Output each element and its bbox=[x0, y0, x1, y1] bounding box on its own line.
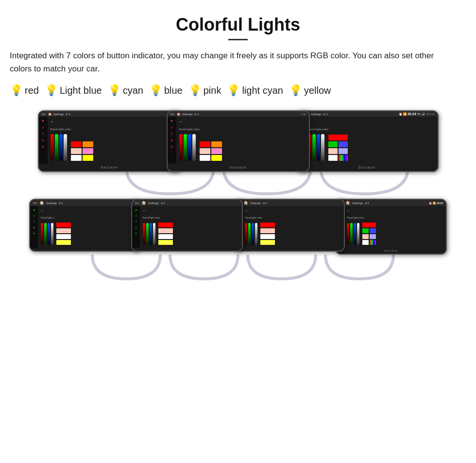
d4-s4: ⊕ bbox=[33, 226, 35, 229]
d2-sw6 bbox=[211, 155, 222, 161]
device-6-main: ← Panel light color bbox=[242, 206, 344, 248]
d4-mic: MIC bbox=[33, 202, 37, 205]
d6-sw4 bbox=[260, 240, 275, 245]
device-4-watermark bbox=[30, 248, 140, 251]
swatch-orange bbox=[83, 141, 93, 147]
device-5: MIC 🏠 Settings ⚙ ✦ ● ↺ ↺ ⊕ ⊕ bbox=[131, 199, 243, 252]
d6-slider-r bbox=[245, 223, 247, 245]
d2-nav: ⏎ ✦ bbox=[301, 113, 306, 116]
d4-controls bbox=[41, 223, 137, 245]
d4-settings: Settings bbox=[46, 202, 57, 205]
settings-label: Settings bbox=[53, 113, 64, 116]
d6-controls bbox=[245, 223, 341, 245]
d5-slider-b bbox=[150, 223, 152, 245]
bulb-cyan-icon: 💡 bbox=[108, 84, 121, 97]
d7-sw5 bbox=[362, 240, 369, 245]
device-3: MIC 🏠 Settings ⚙ ✦ ⏰ 📶 20:24 📷 🔊 ⏎ bbox=[295, 110, 439, 172]
device-4-main: ← Panel light c... bbox=[38, 206, 140, 248]
device-7-watermark: Seicane bbox=[336, 248, 446, 254]
bulb-red-icon: 💡 bbox=[10, 84, 23, 97]
d5-mic: MIC bbox=[135, 202, 139, 205]
d5-slider-r bbox=[143, 223, 145, 245]
d6-home: 🏠 bbox=[243, 201, 248, 205]
d6-panel-label: Panel light color bbox=[245, 216, 341, 219]
device-1-back: ← bbox=[51, 120, 177, 124]
settings-icons: ⚙ ✦ bbox=[66, 113, 70, 116]
d3-camera: 📷 bbox=[417, 112, 421, 116]
device-6-watermark bbox=[234, 248, 344, 251]
device-1-content: ● ↺ ↺ ⊕ ⊕ ← Panel light color bbox=[39, 117, 180, 164]
d5-s3: ↺ bbox=[135, 220, 137, 223]
device-3-header: MIC 🏠 Settings ⚙ ✦ ⏰ 📶 20:24 📷 🔊 ⏎ bbox=[296, 111, 438, 117]
d2-home: 🏠 bbox=[177, 112, 180, 116]
d2-slider-r bbox=[179, 134, 183, 161]
swatch-white bbox=[71, 155, 82, 161]
swatch-red bbox=[71, 141, 82, 147]
d3-slider-w bbox=[321, 134, 324, 161]
device-3-watermark: Seicane bbox=[296, 164, 438, 171]
d2-sw1 bbox=[200, 141, 210, 147]
page-title: Colorful Lights bbox=[10, 15, 466, 35]
d3-nav2: ⏎ bbox=[426, 112, 428, 116]
device-5-sidebar: ● ↺ ↺ ⊕ ⊕ bbox=[132, 206, 140, 248]
d4-icons: ⚙ ✦ bbox=[59, 202, 63, 205]
d4-slider-w bbox=[51, 223, 53, 245]
sidebar-icon-4: ⊕ bbox=[42, 138, 44, 142]
d4-s2: ↺ bbox=[33, 214, 35, 217]
color-label-red: red bbox=[25, 85, 39, 96]
device-4-sidebar: ● ↺ ↺ ⊕ ⊕ bbox=[30, 206, 38, 248]
d3-sw4 bbox=[339, 148, 348, 154]
d2-s3: ↺ bbox=[170, 132, 173, 136]
d3-sw1 bbox=[328, 141, 338, 147]
d3-sw3 bbox=[328, 148, 338, 154]
swatch-peach bbox=[71, 148, 82, 154]
d5-sliders bbox=[143, 223, 155, 245]
device-1-sliders bbox=[51, 134, 67, 161]
device-6: MIC 🏠 Settings ⚙ ✦ ● ↺ ↺ ⊕ ⊕ bbox=[233, 199, 345, 252]
device-2-screen: MIC 🏠 Settings ⚙ ✦ ⏎ ✦ ● ↺ bbox=[168, 111, 309, 171]
device-7-content: ● ↺ ↺ ⊕ ⊕ ← Panel light color bbox=[336, 206, 446, 248]
d4-s5: ⊕ bbox=[33, 232, 35, 235]
d3-controls bbox=[308, 134, 435, 161]
device-6-header: MIC 🏠 Settings ⚙ ✦ bbox=[234, 200, 344, 206]
d6-icons: ⚙ ✦ bbox=[263, 202, 267, 205]
d7-wifi: 📶 bbox=[433, 202, 436, 205]
color-label-lightcyan: light cyan bbox=[242, 85, 283, 96]
d4-s1: ● bbox=[33, 208, 35, 211]
d7-icons: ⚙ ✦ bbox=[365, 202, 369, 205]
d5-settings: Settings bbox=[148, 202, 159, 205]
d4-panel-label: Panel light c... bbox=[41, 216, 137, 219]
d2-settings: Settings bbox=[182, 113, 193, 116]
d3-swatches bbox=[328, 135, 348, 161]
d5-swatches bbox=[158, 223, 173, 245]
d2-s5: ⊕ bbox=[170, 145, 173, 148]
device-1-controls bbox=[51, 134, 177, 161]
d5-panel-label: Panel light color bbox=[143, 216, 239, 219]
d3-square: □ bbox=[429, 113, 431, 116]
d6-slider-w bbox=[255, 223, 257, 245]
device-2-watermark: Seicane bbox=[168, 164, 309, 171]
d2-sw2 bbox=[211, 141, 222, 147]
device-1-swatches bbox=[71, 141, 93, 161]
d3-icons: ⚙ ✦ bbox=[323, 113, 327, 116]
device-6-screen: MIC 🏠 Settings ⚙ ✦ ● ↺ ↺ ⊕ ⊕ bbox=[234, 200, 344, 251]
d5-sw3 bbox=[158, 234, 173, 239]
d5-sw2 bbox=[158, 228, 173, 233]
d3-back: ← bbox=[308, 120, 435, 124]
device-1-main: ← Panel light color bbox=[48, 117, 180, 164]
color-item-blue: 💡 blue bbox=[149, 84, 183, 97]
d3-wifi: 📶 bbox=[403, 112, 407, 116]
d3-back2: ↩ bbox=[432, 112, 435, 116]
d5-slider-g bbox=[146, 223, 149, 245]
d3-slider-g bbox=[312, 134, 316, 161]
d4-sliders bbox=[41, 223, 53, 245]
device-2: MIC 🏠 Settings ⚙ ✦ ⏎ ✦ ● ↺ bbox=[167, 110, 310, 172]
d7-time: 20:24 bbox=[437, 202, 443, 205]
d7-controls bbox=[347, 223, 443, 245]
screens-section: MIC 🏠 Settings ⚙ ✦ ⏎ ✦ ● ↺ bbox=[10, 110, 466, 286]
d2-sw3 bbox=[200, 148, 210, 154]
sidebar-icon-5: ⊕ bbox=[42, 145, 44, 148]
device-2-sidebar: ● ↺ ↺ ⊕ ⊕ bbox=[168, 117, 176, 164]
device-4-screen: MIC 🏠 Settings ⚙ ✦ ● ↺ ↺ ⊕ ⊕ bbox=[30, 200, 140, 251]
d2-s2: ↺ bbox=[170, 126, 173, 129]
